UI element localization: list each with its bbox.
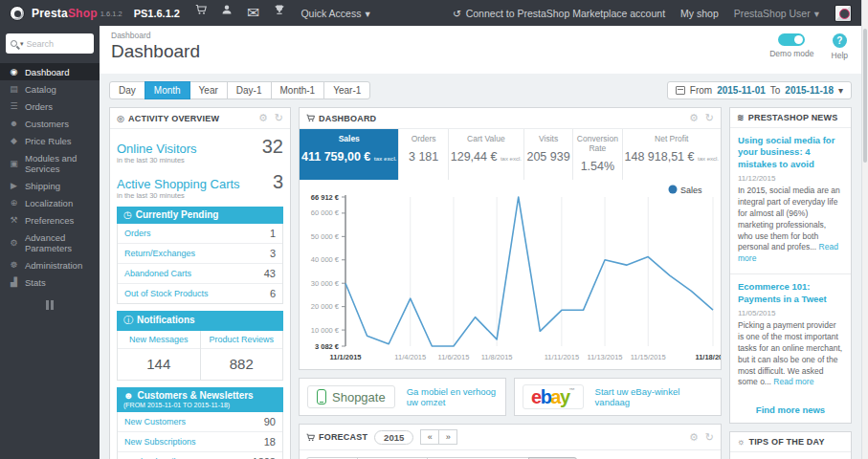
help-icon[interactable]: ?	[833, 33, 847, 48]
range-button-month[interactable]: Month	[145, 81, 190, 99]
news-item-title[interactable]: Using social media for your business: 4 …	[738, 135, 843, 170]
demo-mode-label: Demo mode	[769, 49, 813, 58]
customers-label[interactable]: New Customers	[124, 417, 186, 426]
read-more-link[interactable]: Read more	[773, 377, 813, 386]
kpi-sales[interactable]: Sales411 759,00 € tax excl.	[300, 129, 398, 180]
sidebar-item-price-rules[interactable]: ◆Price Rules	[0, 132, 100, 149]
sidebar-item-preferences[interactable]: ⚒Preferences	[0, 211, 100, 229]
date-range-button[interactable]: From 2015-11-01 To 2015-11-18 ▾	[667, 81, 852, 99]
help-control: ? Help	[832, 33, 848, 60]
user-avatar[interactable]	[835, 5, 852, 22]
sidebar-item-localization[interactable]: ⊕Localization	[0, 194, 100, 211]
sidebar-search[interactable]: ▾	[6, 33, 94, 54]
my-shop-link[interactable]: My shop	[680, 8, 719, 19]
pending-label[interactable]: Out of Stock Products	[124, 289, 209, 298]
refresh-icon[interactable]: ↻	[705, 113, 714, 123]
notifications-header: ⓘNotifications	[117, 311, 283, 331]
news-item-title[interactable]: Ecommerce 101: Payments in a Tweet	[738, 281, 843, 305]
sidebar-item-dashboard[interactable]: ◉Dashboard	[0, 63, 100, 80]
sidebar-item-orders[interactable]: ☰Orders	[0, 98, 100, 115]
active-carts-link[interactable]: Active Shopping Carts	[117, 177, 240, 191]
svg-text:60 000 €: 60 000 €	[311, 208, 340, 217]
customers-quick-icon[interactable]	[221, 4, 233, 22]
svg-text:11/11/2015: 11/11/2015	[545, 353, 579, 361]
refresh-icon[interactable]: ↻	[705, 432, 714, 443]
shopgate-link[interactable]: Ga mobiel en verhoog uw omzet	[407, 386, 498, 407]
forecast-next-button[interactable]: »	[438, 429, 457, 445]
brand-name[interactable]: PrestaShop	[32, 7, 98, 20]
kpi-cart-value[interactable]: Cart Value129,44 € tax excl.	[448, 129, 523, 180]
range-button-day-1[interactable]: Day-1	[227, 81, 272, 99]
notification-value: 882	[201, 349, 283, 380]
forecast-panel-title: FORECAST	[306, 432, 367, 442]
svg-text:66 912 €: 66 912 €	[311, 193, 340, 202]
marketplace-icon: ↺	[453, 8, 461, 19]
shopgate-banner[interactable]: Shopgate Ga mobiel en verhoog uw omzet	[299, 378, 506, 416]
scrollbar-thumb[interactable]	[863, 29, 867, 163]
kpi-net-profit[interactable]: Net Profit148 918,51 € tax excl.	[622, 129, 721, 180]
sidebar-item-label: Customers	[25, 119, 69, 129]
messages-icon[interactable]: ✉	[247, 4, 259, 22]
read-more-link[interactable]: Read more	[738, 242, 838, 263]
gear-icon[interactable]: ⚙	[689, 113, 699, 123]
svg-text:11/15/2015: 11/15/2015	[631, 353, 666, 361]
kpi-orders[interactable]: Orders3 181	[398, 129, 447, 180]
notification-label[interactable]: Product Reviews	[201, 331, 283, 349]
svg-text:50 000 €: 50 000 €	[311, 232, 340, 241]
user-menu[interactable]: PrestaShop User▾	[734, 8, 819, 19]
range-button-year-1[interactable]: Year-1	[323, 81, 370, 99]
customers-newsletters-header: ☻Customers & Newsletters (FROM 2015-11-0…	[117, 387, 283, 412]
search-scope-caret-icon[interactable]: ▾	[20, 40, 24, 48]
news-panel-title: ≋PRESTASHOP NEWS	[737, 113, 837, 122]
kpi-visits[interactable]: Visits205 939	[523, 129, 572, 180]
shop-name[interactable]: PS1.6.1.2	[134, 8, 180, 19]
pending-label[interactable]: Orders	[124, 229, 151, 238]
pending-row: Return/Exchanges3	[118, 244, 282, 264]
customers-label[interactable]: New Subscriptions	[124, 437, 196, 447]
ebay-banner[interactable]: ebay™ Start uw eBay-winkel vandaag	[514, 378, 722, 416]
activity-overview-panel: ◎ACTIVITY OVERVIEW ⚙↻ Online Visitors 32…	[109, 107, 291, 459]
kpi-conversion-rate[interactable]: Conversion Rate1.54%	[572, 129, 621, 180]
online-visitors-link[interactable]: Online Visitors	[117, 142, 197, 156]
gear-icon[interactable]: ⚙	[258, 113, 268, 123]
notification-label[interactable]: New Messages	[118, 331, 200, 349]
quick-access-menu[interactable]: Quick Access▾	[300, 8, 369, 19]
demo-mode-toggle[interactable]	[778, 33, 805, 46]
gear-icon[interactable]: ⚙	[689, 432, 699, 443]
sidebar-item-administration[interactable]: ☸Administration	[0, 256, 100, 273]
forecast-prev-button[interactable]: «	[420, 429, 439, 445]
modules-and-services-icon: ▣	[9, 159, 19, 168]
marketplace-link[interactable]: ↺Connect to PrestaShop Marketplace accou…	[453, 8, 665, 19]
sidebar-item-stats[interactable]: ▟Stats	[0, 273, 100, 291]
range-button-month-1[interactable]: Month-1	[271, 81, 325, 99]
notification-value: 144	[118, 349, 200, 380]
chart-legend-sales[interactable]: Sales	[669, 186, 703, 195]
sidebar-item-customers[interactable]: ☻Customers	[0, 115, 100, 132]
currently-pending-header: ◷Currently Pending	[117, 207, 283, 224]
svg-text:40 000 €: 40 000 €	[311, 255, 340, 264]
sidebar-item-shipping[interactable]: ▶Shipping	[0, 177, 100, 194]
trophy-icon[interactable]	[274, 4, 285, 22]
kpi-value: 205 939	[526, 150, 570, 164]
svg-text:10 000 €: 10 000 €	[311, 326, 340, 335]
cart-icon[interactable]	[195, 4, 207, 22]
pending-label[interactable]: Abandoned Carts	[124, 269, 191, 278]
breadcrumb[interactable]: Dashboard	[111, 31, 850, 40]
kpi-suffix: tax excl.	[501, 156, 522, 162]
range-button-day[interactable]: Day	[109, 81, 145, 99]
range-button-year[interactable]: Year	[189, 81, 228, 99]
find-more-news-link[interactable]: Find more news	[730, 397, 851, 423]
ebay-link[interactable]: Start uw eBay-winkel vandaag	[595, 386, 713, 407]
sidebar-item-modules-and-services[interactable]: ▣Modules and Services	[0, 149, 100, 177]
page-scrollbar[interactable]	[861, 0, 868, 459]
pending-label[interactable]: Return/Exchanges	[124, 249, 195, 258]
activity-icon: ◎	[117, 114, 124, 123]
svg-text:11/8/2015: 11/8/2015	[481, 353, 513, 361]
refresh-icon[interactable]: ↻	[275, 113, 283, 123]
customers-date-range: (FROM 2015-11-01 TO 2015-11-18)	[123, 402, 277, 408]
pending-row: Abandoned Carts43	[118, 264, 282, 284]
sidebar-item-advanced-parameters[interactable]: ⚙Advanced Parameters	[0, 229, 100, 256]
sidebar-item-catalog[interactable]: ▤Catalog	[0, 80, 100, 98]
search-input[interactable]	[27, 39, 77, 49]
collapse-sidebar-button[interactable]	[44, 300, 56, 310]
